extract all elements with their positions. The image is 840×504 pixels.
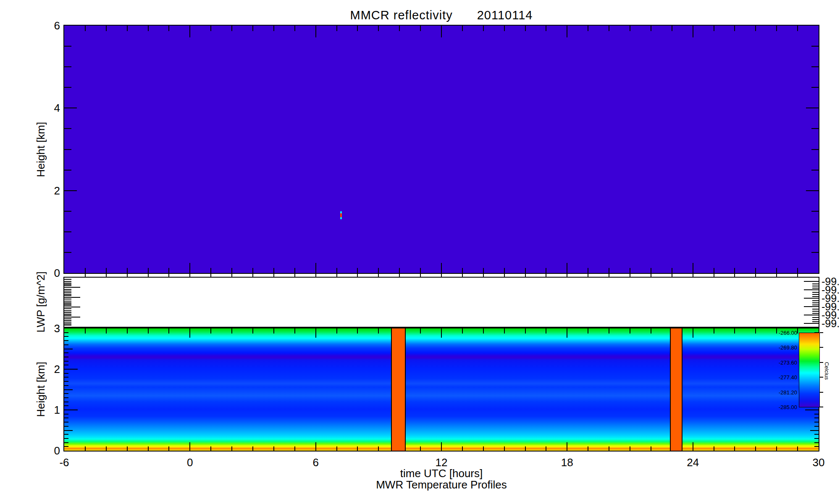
colorbar-tick-label: -269.80: [779, 344, 797, 351]
tick-mark: [64, 305, 71, 306]
colorbar-tick: [820, 392, 823, 393]
tick-mark: [812, 313, 819, 314]
chart-title: MMCR reflectivity20110114: [63, 8, 819, 22]
tick-mark: [797, 328, 798, 333]
tick-mark: [64, 381, 68, 382]
echo-segment: [340, 217, 342, 219]
tick-mark: [64, 402, 68, 402]
tick-mark: [64, 323, 71, 324]
tick-mark: [336, 268, 337, 273]
tick-mark: [814, 422, 819, 423]
y-tick-label: 4: [54, 102, 60, 115]
tick-mark: [64, 322, 71, 323]
tick-mark: [106, 26, 107, 31]
tick-mark: [357, 328, 358, 333]
y-tick-label: 6: [54, 19, 60, 32]
tick-mark: [462, 268, 463, 273]
title-date: 20110114: [477, 8, 533, 22]
tick-mark: [806, 190, 819, 191]
tick-mark: [210, 268, 211, 273]
tick-mark: [811, 211, 819, 212]
tick-mark: [210, 328, 211, 333]
tick-mark: [811, 87, 819, 88]
tick-mark: [64, 414, 68, 415]
tick-mark: [804, 289, 819, 290]
tick-mark: [714, 446, 714, 451]
tick-mark: [64, 170, 71, 171]
tick-mark: [64, 377, 68, 378]
tick-mark: [714, 26, 714, 31]
tick-mark: [64, 422, 68, 423]
tick-mark: [483, 268, 484, 273]
tick-mark: [64, 389, 73, 390]
tick-mark: [106, 268, 107, 273]
tick-mark: [378, 328, 379, 333]
tick-mark: [630, 328, 630, 333]
tick-mark: [64, 66, 71, 67]
tick-mark: [567, 328, 567, 338]
tick-mark: [336, 273, 337, 277]
tick-mark: [189, 442, 190, 451]
tick-mark: [64, 284, 71, 285]
colorbar-tick: [820, 407, 823, 407]
tick-mark: [189, 328, 190, 338]
tick-mark: [210, 446, 211, 451]
tick-mark: [357, 26, 358, 31]
colorbar-title: Celcius: [824, 362, 830, 380]
tick-mark: [64, 310, 71, 311]
tick-mark: [812, 317, 819, 318]
tick-mark: [85, 268, 86, 273]
tick-mark: [483, 446, 484, 451]
colorbar-tick: [820, 332, 823, 333]
tick-mark: [64, 46, 71, 47]
tick-mark: [252, 273, 253, 277]
tick-mark: [588, 273, 588, 277]
tick-mark: [811, 46, 819, 47]
tick-mark: [64, 211, 71, 212]
tick-mark: [630, 268, 630, 273]
tick-mark: [812, 302, 819, 303]
tick-mark: [252, 328, 253, 333]
tick-mark: [812, 300, 819, 301]
tick-mark: [336, 446, 337, 451]
tick-mark: [483, 328, 484, 333]
colorbar-tick-label: -266.00: [779, 330, 797, 336]
tick-mark: [651, 328, 651, 333]
tick-mark: [64, 299, 71, 299]
tick-mark: [462, 273, 463, 277]
tick-mark: [714, 268, 714, 273]
tick-mark: [420, 26, 421, 31]
tick-mark: [64, 365, 68, 365]
tick-mark: [609, 446, 609, 451]
mwr-y-axis-title: Height [km]: [34, 362, 47, 417]
tick-mark: [812, 288, 819, 289]
tick-mark: [441, 273, 442, 277]
tick-mark: [357, 446, 358, 451]
tick-mark: [64, 304, 71, 304]
tick-mark: [148, 446, 149, 451]
tick-mark: [64, 291, 71, 291]
tick-mark: [797, 26, 798, 31]
tick-mark: [588, 26, 588, 31]
tick-mark: [734, 273, 735, 277]
tick-mark: [804, 281, 819, 282]
tick-mark: [462, 328, 463, 333]
tick-mark: [148, 268, 149, 273]
tick-mark: [734, 446, 735, 451]
tick-mark: [755, 26, 756, 31]
tick-mark: [693, 263, 693, 273]
tick-mark: [64, 349, 73, 349]
tick-mark: [525, 273, 526, 277]
tick-mark: [64, 361, 68, 362]
tick-mark: [399, 26, 400, 31]
tick-mark: [567, 263, 567, 273]
tick-mark: [734, 328, 735, 333]
tick-mark: [64, 318, 71, 319]
tick-mark: [588, 268, 588, 273]
tick-mark: [814, 417, 819, 418]
tick-mark: [420, 273, 421, 277]
tick-mark: [546, 328, 546, 333]
tick-mark: [127, 273, 128, 277]
tick-mark: [441, 26, 442, 37]
tick-mark: [64, 317, 80, 318]
